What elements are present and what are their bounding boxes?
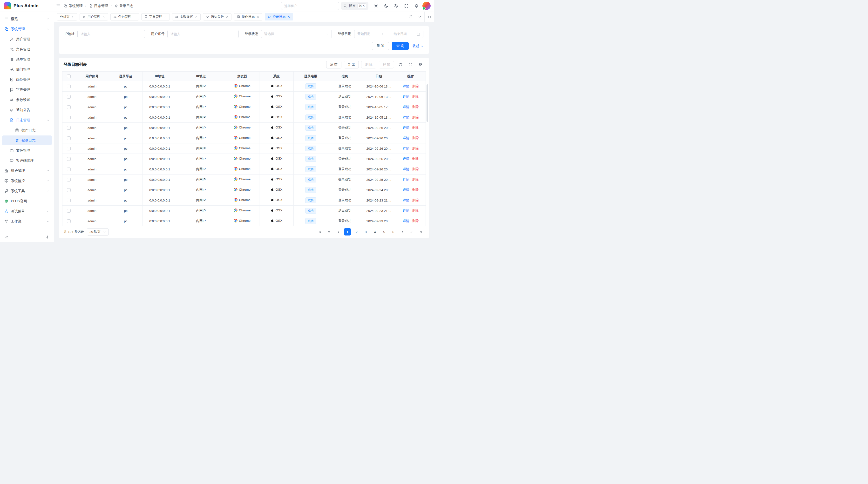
page-button-4[interactable]: 4 bbox=[371, 228, 378, 235]
detail-link[interactable]: 详情 bbox=[403, 208, 409, 213]
page-button-6[interactable]: 6 bbox=[390, 228, 397, 235]
sidebar-item-user[interactable]: 用户管理 bbox=[2, 34, 52, 44]
row-checkbox[interactable] bbox=[67, 199, 71, 202]
reset-button[interactable]: 重 置 bbox=[372, 42, 389, 50]
delete-link[interactable]: 删除 bbox=[412, 136, 419, 140]
delete-link[interactable]: 删除 bbox=[412, 126, 419, 130]
clear-button[interactable]: 清 空 bbox=[326, 61, 341, 68]
pin-sidebar-button[interactable] bbox=[44, 233, 51, 241]
ip-address-input[interactable] bbox=[78, 30, 145, 38]
refresh-page-button[interactable] bbox=[405, 11, 415, 22]
breadcrumb-item[interactable]: 系统管理 bbox=[64, 4, 83, 8]
pager-last-button[interactable] bbox=[417, 228, 424, 235]
detail-link[interactable]: 详情 bbox=[403, 115, 409, 120]
sidebar-item-overview[interactable]: 概览 bbox=[2, 14, 52, 24]
detail-link[interactable]: 详情 bbox=[403, 136, 409, 140]
delete-link[interactable]: 删除 bbox=[412, 219, 419, 223]
row-checkbox[interactable] bbox=[67, 209, 71, 213]
row-checkbox[interactable] bbox=[67, 157, 71, 161]
pager-first-button[interactable] bbox=[316, 228, 323, 235]
sidebar-item-menu[interactable]: 菜单管理 bbox=[2, 55, 52, 64]
delete-link[interactable]: 删除 bbox=[412, 105, 419, 109]
sidebar-item-notice[interactable]: 通知公告 bbox=[2, 105, 52, 115]
sidebar-item-workflow[interactable]: 工作流 bbox=[2, 217, 52, 226]
row-checkbox[interactable] bbox=[67, 178, 71, 182]
row-checkbox[interactable] bbox=[67, 167, 71, 171]
breadcrumb-item[interactable]: 登录日志 bbox=[114, 4, 133, 8]
collapse-sidebar-button[interactable] bbox=[3, 233, 10, 241]
dark-mode-button[interactable] bbox=[382, 2, 390, 10]
tab-6[interactable]: 操作日志 bbox=[234, 13, 262, 21]
detail-link[interactable]: 详情 bbox=[403, 167, 409, 171]
table-scrollbar[interactable] bbox=[427, 84, 428, 122]
detail-link[interactable]: 详情 bbox=[403, 178, 409, 182]
row-checkbox[interactable] bbox=[67, 219, 71, 223]
column-settings-button[interactable] bbox=[416, 61, 424, 68]
breadcrumb-item[interactable]: 日志管理 bbox=[89, 4, 108, 8]
delete-link[interactable]: 删除 bbox=[412, 84, 419, 89]
sidebar-item-param[interactable]: 参数设置 bbox=[2, 95, 52, 105]
row-checkbox[interactable] bbox=[67, 188, 71, 192]
tab-4[interactable]: 参数设置 bbox=[172, 13, 200, 21]
page-button-5[interactable]: 5 bbox=[380, 228, 388, 235]
row-checkbox[interactable] bbox=[67, 136, 71, 140]
sidebar-item-testmenu[interactable]: 测试菜单 bbox=[2, 206, 52, 216]
detail-link[interactable]: 详情 bbox=[403, 198, 409, 202]
export-button[interactable]: 导 出 bbox=[344, 61, 359, 68]
pager-prev-button[interactable] bbox=[335, 228, 342, 235]
page-button-1[interactable]: 1 bbox=[344, 228, 351, 235]
delete-link[interactable]: 删除 bbox=[412, 178, 419, 182]
query-button[interactable]: 查 询 bbox=[392, 42, 409, 50]
notifications-button[interactable] bbox=[412, 2, 421, 10]
user-account-input[interactable] bbox=[167, 30, 239, 38]
settings-button[interactable] bbox=[372, 2, 380, 10]
brand[interactable]: Plus Admin bbox=[0, 2, 54, 9]
detail-link[interactable]: 详情 bbox=[403, 188, 409, 192]
tenant-select-input[interactable] bbox=[281, 2, 339, 10]
tab-2[interactable]: 角色管理 bbox=[111, 13, 139, 21]
row-checkbox[interactable] bbox=[67, 147, 71, 151]
detail-link[interactable]: 详情 bbox=[403, 157, 409, 161]
language-button[interactable] bbox=[392, 2, 400, 10]
unlock-button[interactable]: 解 锁 bbox=[379, 61, 394, 68]
sidebar-item-dept[interactable]: 部门管理 bbox=[2, 65, 52, 74]
detail-link[interactable]: 详情 bbox=[403, 105, 409, 109]
pager-next-group-button[interactable] bbox=[408, 228, 415, 235]
avatar[interactable] bbox=[423, 2, 431, 10]
sidebar-item-system[interactable]: 系统管理 bbox=[2, 24, 52, 34]
login-status-select[interactable]: 请选择 bbox=[261, 30, 332, 38]
tab-options-button[interactable] bbox=[415, 11, 424, 22]
sidebar-item-dict[interactable]: 字典管理 bbox=[2, 85, 52, 95]
row-checkbox[interactable] bbox=[67, 126, 71, 130]
delete-link[interactable]: 删除 bbox=[412, 95, 419, 99]
select-all-checkbox[interactable] bbox=[67, 74, 71, 78]
delete-link[interactable]: 删除 bbox=[412, 198, 419, 202]
page-size-select[interactable]: 20条/页 bbox=[87, 228, 109, 235]
sidebar-item-tenant[interactable]: 租户管理 bbox=[2, 166, 52, 175]
detail-link[interactable]: 详情 bbox=[403, 126, 409, 130]
row-checkbox[interactable] bbox=[67, 85, 71, 88]
tab-3[interactable]: 字典管理 bbox=[141, 13, 170, 21]
collapse-filter-link[interactable]: 收起 bbox=[412, 44, 424, 48]
content-fullscreen-button[interactable] bbox=[424, 11, 434, 22]
tab-0[interactable]: 分析页 bbox=[57, 13, 77, 21]
delete-link[interactable]: 删除 bbox=[412, 115, 419, 120]
sidebar-item-oplog[interactable]: 操作日志 bbox=[2, 125, 52, 135]
detail-link[interactable]: 详情 bbox=[403, 219, 409, 223]
delete-link[interactable]: 删除 bbox=[412, 208, 419, 213]
refresh-table-button[interactable] bbox=[396, 61, 404, 68]
tab-1[interactable]: 用户管理 bbox=[80, 13, 108, 21]
delete-link[interactable]: 删除 bbox=[412, 157, 419, 161]
global-search-button[interactable]: 搜索 ⌘ K bbox=[341, 2, 368, 10]
sidebar-item-plus-site[interactable]: PLUS官网 bbox=[2, 196, 52, 206]
detail-link[interactable]: 详情 bbox=[403, 146, 409, 151]
tab-5[interactable]: 通知公告 bbox=[203, 13, 231, 21]
sidebar-item-role[interactable]: 角色管理 bbox=[2, 44, 52, 54]
detail-link[interactable]: 详情 bbox=[403, 84, 409, 89]
row-checkbox[interactable] bbox=[67, 95, 71, 99]
login-date-range[interactable]: 开始日期 结束日期 bbox=[354, 30, 424, 38]
table-fullscreen-button[interactable] bbox=[406, 61, 414, 68]
fullscreen-button[interactable] bbox=[402, 2, 410, 10]
delete-link[interactable]: 删除 bbox=[412, 146, 419, 151]
sidebar-item-loginlog[interactable]: 登录日志 bbox=[2, 135, 52, 145]
